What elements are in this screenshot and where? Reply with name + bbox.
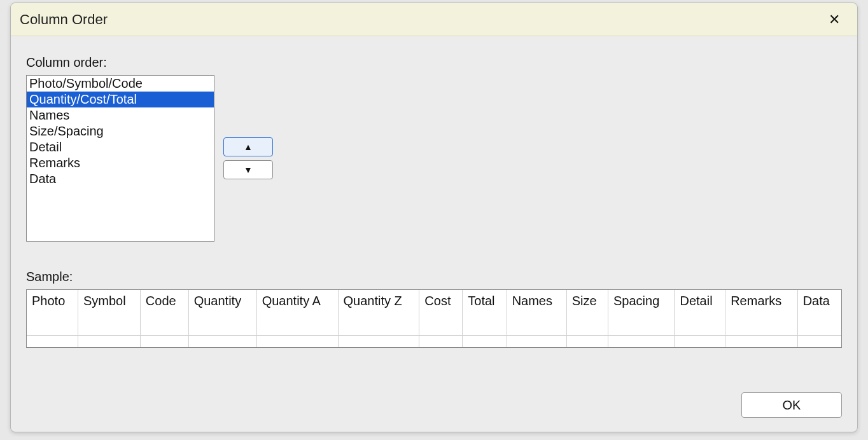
sample-body-cell (419, 336, 463, 347)
sample-table-wrap: PhotoSymbolCodeQuantityQuantity AQuantit… (26, 289, 842, 348)
sample-header-cell: Cost (419, 290, 463, 336)
sample-header-cell: Code (140, 290, 188, 336)
sample-body-cell (566, 336, 608, 347)
sample-header-cell: Quantity (188, 290, 256, 336)
list-item[interactable]: Photo/Symbol/Code (27, 76, 214, 92)
ok-button[interactable]: OK (741, 392, 842, 418)
sample-header-cell: Quantity A (256, 290, 338, 336)
sample-body-cell (507, 336, 566, 347)
order-row: Photo/Symbol/CodeQuantity/Cost/TotalName… (26, 75, 842, 242)
sample-body-cell (338, 336, 419, 347)
sample-body-row (27, 336, 841, 347)
dialog-title: Column Order (20, 11, 108, 28)
list-item[interactable]: Data (27, 171, 214, 187)
sample-header-cell: Spacing (608, 290, 675, 336)
sample-header-cell: Names (507, 290, 566, 336)
sample-body-cell (140, 336, 188, 347)
triangle-down-icon: ▼ (244, 165, 253, 175)
sample-header-cell: Total (463, 290, 507, 336)
sample-body-cell (27, 336, 78, 347)
sample-body-cell (675, 336, 725, 347)
titlebar: Column Order ✕ (11, 3, 857, 36)
sample-header-cell: Detail (675, 290, 725, 336)
sample-body-cell (725, 336, 797, 347)
column-order-dialog: Column Order ✕ Column order: Photo/Symbo… (10, 3, 858, 432)
arrow-column: ▲ ▼ (223, 137, 273, 179)
sample-header-row: PhotoSymbolCodeQuantityQuantity AQuantit… (27, 290, 841, 336)
sample-body-cell (608, 336, 675, 347)
sample-header-cell: Quantity Z (338, 290, 419, 336)
close-icon: ✕ (829, 11, 840, 28)
sample-body-cell (463, 336, 507, 347)
list-item[interactable]: Detail (27, 139, 214, 155)
move-down-button[interactable]: ▼ (223, 160, 273, 179)
sample-body-cell (78, 336, 140, 347)
sample-label: Sample: (26, 270, 842, 284)
dialog-footer: OK (741, 392, 842, 418)
sample-body-cell (797, 336, 841, 347)
column-order-listbox[interactable]: Photo/Symbol/CodeQuantity/Cost/TotalName… (26, 75, 214, 242)
column-order-label: Column order: (26, 55, 842, 70)
sample-table: PhotoSymbolCodeQuantityQuantity AQuantit… (27, 290, 841, 347)
triangle-up-icon: ▲ (244, 142, 253, 152)
sample-header-cell: Size (566, 290, 608, 336)
list-item[interactable]: Quantity/Cost/Total (27, 92, 214, 107)
list-item[interactable]: Remarks (27, 155, 214, 171)
sample-header-cell: Photo (27, 290, 78, 336)
sample-body-cell (188, 336, 256, 347)
move-up-button[interactable]: ▲ (223, 137, 273, 156)
sample-header-cell: Symbol (78, 290, 140, 336)
dialog-content: Column order: Photo/Symbol/CodeQuantity/… (11, 36, 857, 432)
close-button[interactable]: ✕ (824, 10, 844, 30)
list-item[interactable]: Names (27, 107, 214, 123)
list-item[interactable]: Size/Spacing (27, 123, 214, 139)
sample-header-cell: Remarks (725, 290, 797, 336)
sample-body-cell (256, 336, 338, 347)
sample-header-cell: Data (797, 290, 841, 336)
sample-section: Sample: PhotoSymbolCodeQuantityQuantity … (26, 270, 842, 348)
